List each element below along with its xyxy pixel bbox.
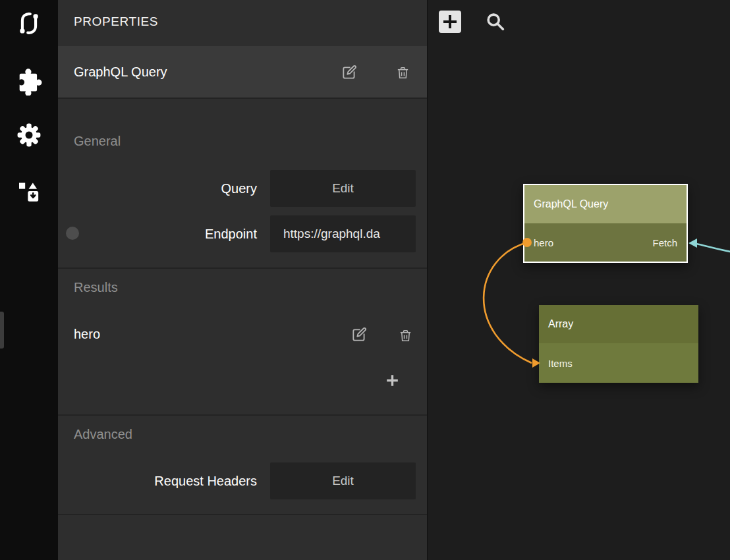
deploy-shapes-icon[interactable] [14,177,43,206]
request-headers-label: Request Headers [58,462,257,499]
selected-node-row[interactable]: GraphQL Query [58,46,427,99]
rename-node-button[interactable] [340,63,358,82]
panel-title: PROPERTIES [74,14,158,29]
endpoint-connection-port[interactable] [66,227,79,240]
connection-wires [428,0,730,560]
node-canvas[interactable]: GraphQL Query hero Fetch Array Items [427,0,730,560]
delete-result-button[interactable] [397,327,414,344]
left-toolbar [0,0,58,560]
result-item-name: hero [74,318,100,350]
components-puzzle-icon[interactable] [14,67,43,96]
search-nodes-button[interactable] [484,11,507,33]
section-general: General [74,134,121,149]
node-graph-icon[interactable] [14,9,43,38]
node-array[interactable]: Array Items [539,305,698,383]
node-port-row: hero Fetch [524,223,687,262]
endpoint-input[interactable] [270,215,416,252]
add-result-button[interactable] [383,372,401,389]
collapsed-panel-grip[interactable] [0,312,4,349]
request-headers-edit-button[interactable]: Edit [270,462,416,499]
arrowhead-fetch [688,238,697,248]
settings-gear-icon[interactable] [14,121,43,150]
section-results: Results [74,280,118,295]
port-fetch[interactable]: Fetch [652,237,677,248]
section-advanced: Advanced [74,427,132,442]
app-window: PROPERTIES GraphQL Query General Query E… [0,0,730,560]
properties-panel: PROPERTIES GraphQL Query General Query E… [58,0,427,560]
port-items[interactable]: Items [548,358,573,369]
add-node-button[interactable] [438,10,462,34]
divider [58,414,427,416]
node-title: GraphQL Query [524,185,687,223]
divider [58,514,427,515]
endpoint-label: Endpoint [58,215,257,252]
node-title: Array [539,305,698,343]
connection-into-fetch [696,244,730,252]
query-label: Query [58,170,257,207]
node-port-row: Items [539,343,698,383]
rename-result-button[interactable] [350,325,368,344]
query-edit-button[interactable]: Edit [270,170,416,207]
node-graphql-query[interactable]: GraphQL Query hero Fetch [523,184,688,263]
delete-node-button[interactable] [394,64,411,81]
divider [58,267,427,269]
port-hero[interactable]: hero [534,237,553,248]
selected-node-name: GraphQL Query [74,46,167,98]
